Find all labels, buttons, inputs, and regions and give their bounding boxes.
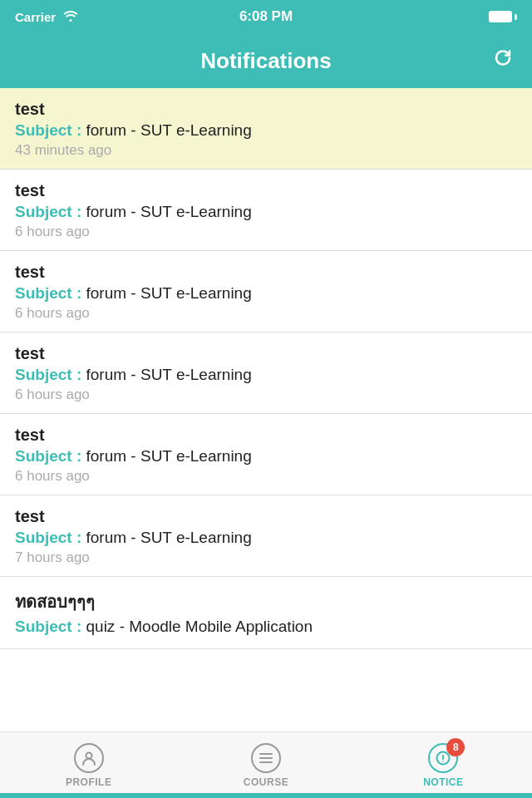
header: Notifications [0, 33, 532, 88]
subject-label: Subject : [15, 366, 86, 383]
subject-label: Subject : [15, 529, 86, 546]
notif-title: test [15, 181, 517, 200]
notif-time: 7 hours ago [15, 549, 517, 566]
svg-point-6 [443, 761, 445, 762]
battery-icon [489, 11, 517, 22]
status-left: Carrier [15, 8, 79, 25]
notification-item[interactable]: testSubject : forum - SUT e-Learning43 m… [0, 88, 532, 170]
notif-subject: Subject : forum - SUT e-Learning [15, 121, 517, 140]
notif-time: 6 hours ago [15, 224, 517, 240]
teal-bottom-bar [0, 793, 532, 798]
notification-item[interactable]: testSubject : forum - SUT e-Learning6 ho… [0, 170, 532, 251]
notice-label: NOTICE [423, 776, 463, 788]
profile-label: PROFILE [66, 776, 112, 788]
svg-point-0 [86, 752, 91, 758]
nav-item-profile[interactable]: PROFILE [0, 743, 177, 788]
notification-item[interactable]: testSubject : forum - SUT e-Learning6 ho… [0, 332, 532, 414]
notif-subject: Subject : quiz - Moodle Mobile Applicati… [15, 618, 517, 636]
notif-title: test [15, 507, 517, 526]
carrier-label: Carrier [15, 10, 56, 24]
notification-item[interactable]: ทดสอบๆๆๆSubject : quiz - Moodle Mobile A… [0, 577, 532, 649]
notif-title: test [15, 344, 517, 363]
nav-item-course[interactable]: COURSE [177, 743, 354, 788]
course-label: COURSE [244, 776, 288, 788]
notification-item[interactable]: testSubject : forum - SUT e-Learning6 ho… [0, 251, 532, 332]
notif-title: ทดสอบๆๆๆ [15, 589, 517, 615]
wifi-icon [62, 8, 79, 25]
course-icon [251, 743, 281, 773]
page-title: Notifications [200, 48, 331, 74]
subject-label: Subject : [15, 447, 86, 465]
notif-time: 43 minutes ago [15, 142, 517, 159]
subject-label: Subject : [15, 203, 86, 220]
notice-badge: 8 [446, 738, 465, 756]
bottom-nav: PROFILE COURSE 8 NOTICE [0, 732, 532, 798]
notification-item[interactable]: testSubject : forum - SUT e-Learning6 ho… [0, 414, 532, 495]
notification-item[interactable]: testSubject : forum - SUT e-Learning7 ho… [0, 495, 532, 577]
notif-subject: Subject : forum - SUT e-Learning [15, 284, 517, 303]
notif-title: test [15, 100, 517, 119]
notification-list: testSubject : forum - SUT e-Learning43 m… [0, 88, 532, 732]
status-bar: Carrier 6:08 PM [0, 0, 532, 33]
notif-time: 6 hours ago [15, 468, 517, 485]
notif-title: test [15, 426, 517, 445]
subject-label: Subject : [15, 284, 86, 302]
notif-subject: Subject : forum - SUT e-Learning [15, 529, 517, 547]
notice-wrapper: 8 [428, 743, 458, 773]
status-time: 6:08 PM [239, 8, 293, 25]
notif-time: 6 hours ago [15, 387, 517, 403]
subject-label: Subject : [15, 121, 86, 139]
notif-subject: Subject : forum - SUT e-Learning [15, 447, 517, 466]
subject-label: Subject : [15, 618, 86, 635]
profile-icon [74, 743, 104, 773]
notif-subject: Subject : forum - SUT e-Learning [15, 203, 517, 221]
refresh-button[interactable] [490, 46, 515, 76]
notif-title: test [15, 263, 517, 282]
nav-item-notice[interactable]: 8 NOTICE [355, 743, 532, 788]
notif-time: 6 hours ago [15, 305, 517, 322]
notif-subject: Subject : forum - SUT e-Learning [15, 366, 517, 384]
